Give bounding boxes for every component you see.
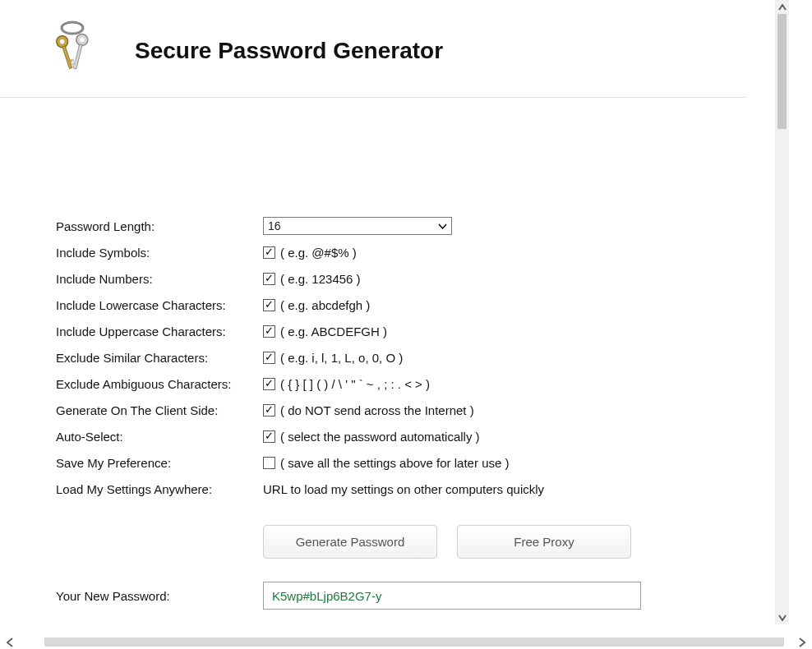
exclude-similar-checkbox[interactable] bbox=[263, 352, 275, 364]
page-title: Secure Password Generator bbox=[135, 38, 443, 64]
include-symbols-checkbox[interactable] bbox=[263, 246, 275, 259]
password-value: K5wp#bLjp6B2G7-y bbox=[272, 589, 381, 603]
svg-point-0 bbox=[62, 22, 83, 34]
scroll-up-icon[interactable] bbox=[775, 0, 789, 14]
numbers-hint: ( e.g. 123456 ) bbox=[280, 272, 361, 286]
lowercase-hint: ( e.g. abcdefgh ) bbox=[280, 298, 370, 312]
free-proxy-button[interactable]: Free Proxy bbox=[457, 525, 631, 559]
similar-hint: ( e.g. i, l, 1, L, o, 0, O ) bbox=[280, 351, 403, 365]
client-label: Generate On The Client Side: bbox=[56, 403, 263, 417]
scroll-right-icon[interactable] bbox=[792, 635, 812, 649]
lowercase-label: Include Lowercase Characters: bbox=[56, 298, 263, 312]
uppercase-hint: ( e.g. ABCDEFGH ) bbox=[280, 324, 387, 338]
save-preference-checkbox[interactable] bbox=[263, 457, 275, 469]
scroll-down-icon[interactable] bbox=[775, 610, 789, 624]
keys-icon bbox=[49, 20, 95, 82]
include-uppercase-checkbox[interactable] bbox=[263, 325, 275, 338]
autoselect-label: Auto-Select: bbox=[56, 430, 263, 444]
include-numbers-checkbox[interactable] bbox=[263, 273, 275, 285]
savepref-label: Save My Preference: bbox=[56, 456, 263, 470]
length-label: Password Length: bbox=[56, 219, 263, 233]
svg-rect-3 bbox=[62, 46, 72, 69]
loadsettings-hint: URL to load my settings on other compute… bbox=[263, 482, 544, 496]
scrollbar-thumb[interactable] bbox=[777, 14, 787, 129]
scroll-left-icon[interactable] bbox=[0, 635, 20, 649]
savepref-hint: ( save all the settings above for later … bbox=[280, 456, 509, 470]
numbers-label: Include Numbers: bbox=[56, 272, 263, 286]
vertical-scrollbar[interactable] bbox=[775, 0, 789, 624]
ambiguous-label: Exclude Ambiguous Characters: bbox=[56, 377, 263, 391]
password-output[interactable]: K5wp#bLjp6B2G7-y bbox=[263, 582, 641, 610]
form-area: Password Length: 16 Include Symbols: ( e… bbox=[0, 98, 789, 624]
horizontal-scrollbar[interactable] bbox=[0, 635, 812, 649]
generate-password-button[interactable]: Generate Password bbox=[263, 525, 437, 559]
symbols-label: Include Symbols: bbox=[56, 246, 263, 260]
uppercase-label: Include Uppercase Characters: bbox=[56, 324, 263, 338]
similar-label: Exclude Similar Characters: bbox=[56, 351, 263, 365]
include-lowercase-checkbox[interactable] bbox=[263, 299, 275, 311]
header: Secure Password Generator bbox=[0, 0, 746, 98]
hscroll-track[interactable] bbox=[44, 637, 784, 647]
chevron-down-icon bbox=[435, 223, 450, 229]
password-length-select[interactable]: 16 bbox=[263, 217, 452, 235]
exclude-ambiguous-checkbox[interactable] bbox=[263, 378, 275, 390]
symbols-hint: ( e.g. @#$% ) bbox=[280, 246, 357, 260]
client-side-checkbox[interactable] bbox=[263, 404, 275, 417]
autoselect-hint: ( select the password automatically ) bbox=[280, 430, 480, 444]
output-label: Your New Password: bbox=[56, 589, 263, 603]
loadsettings-label: Load My Settings Anywhere: bbox=[56, 482, 263, 496]
ambiguous-hint: ( { } [ ] ( ) / \ ' " ` ~ , ; : . < > ) bbox=[280, 377, 430, 391]
length-value: 16 bbox=[268, 219, 281, 232]
client-hint: ( do NOT send across the Internet ) bbox=[280, 403, 474, 417]
auto-select-checkbox[interactable] bbox=[263, 430, 275, 443]
